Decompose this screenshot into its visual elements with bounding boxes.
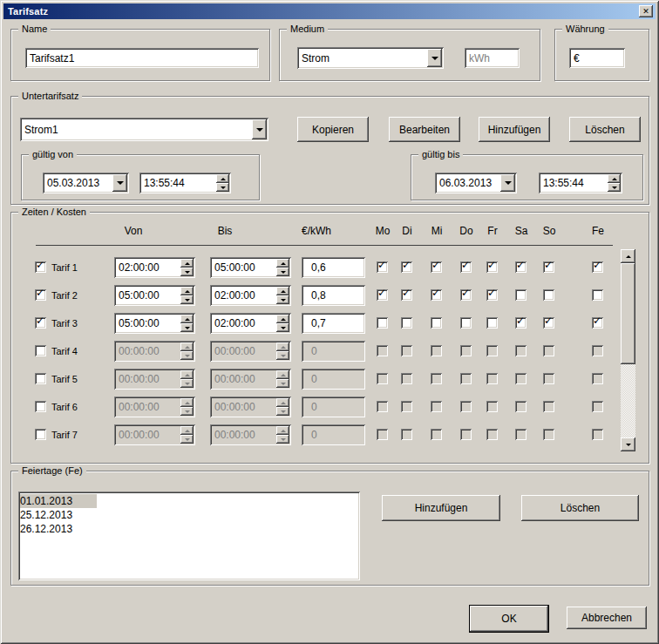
spin-up-button[interactable]	[216, 174, 229, 183]
chevron-down-icon	[431, 57, 438, 60]
tariff-enable-checkbox[interactable]: ✓	[35, 317, 46, 329]
close-button[interactable]: ✕	[639, 5, 653, 17]
from-time-spinner[interactable]: 05:00:00	[114, 313, 195, 334]
valid-to-date-button[interactable]	[500, 174, 515, 192]
tariff-row: ✓Tarif 205:00:0002:00:000,8✓✓✓✓✓	[11, 285, 649, 306]
medium-dropdown[interactable]: Strom	[297, 47, 444, 69]
valid-from-date-button[interactable]	[112, 174, 127, 192]
day-checkbox-sa[interactable]: ✓	[515, 261, 527, 273]
day-checkbox-do[interactable]: ✓	[460, 289, 472, 301]
spin-up-button[interactable]	[180, 259, 194, 268]
day-checkbox-fe[interactable]	[592, 289, 603, 301]
day-checkbox-mo[interactable]	[377, 317, 388, 329]
valid-from-time-spinner[interactable]: 13:55:44	[139, 173, 231, 193]
spin-up-button[interactable]	[276, 259, 289, 268]
cost-input[interactable]: 0,6	[302, 257, 365, 278]
day-checkbox-so	[543, 345, 554, 356]
name-input[interactable]: Tarifsatz1	[25, 48, 259, 68]
day-checkbox-so[interactable]: ✓	[543, 261, 554, 273]
arrow-up-icon	[612, 178, 617, 180]
delete-subtariff-button[interactable]: Löschen	[569, 117, 641, 142]
add-holiday-button[interactable]: Hinzufügen	[382, 495, 500, 521]
spin-down-button[interactable]	[180, 268, 194, 276]
copy-button[interactable]: Kopieren	[297, 117, 369, 142]
day-checkbox-so[interactable]: ✓	[543, 317, 554, 329]
day-checkbox-mi[interactable]: ✓	[431, 261, 442, 273]
subtariff-dropdown-button[interactable]	[252, 119, 267, 139]
day-checkbox-so[interactable]	[543, 289, 554, 301]
tariff-row-label: Tarif 6	[51, 402, 78, 412]
to-time-spinner[interactable]: 02:00:00	[210, 285, 291, 306]
spin-up-button[interactable]	[276, 287, 289, 295]
from-time-spinner[interactable]: 05:00:00	[114, 285, 195, 306]
from-time-spinner[interactable]: 02:00:00	[114, 257, 195, 278]
medium-dropdown-button[interactable]	[427, 49, 442, 67]
arrow-up-icon	[185, 346, 190, 349]
tariff-enable-checkbox[interactable]	[35, 345, 46, 356]
spin-up-button[interactable]	[276, 315, 289, 323]
day-checkbox-fe	[592, 429, 603, 440]
add-subtariff-button[interactable]: Hinzufügen	[479, 117, 550, 142]
delete-holiday-button[interactable]: Löschen	[521, 495, 639, 521]
spin-down-button[interactable]	[276, 323, 289, 332]
day-checkbox-di[interactable]: ✓	[401, 261, 412, 273]
tariff-enable-checkbox[interactable]	[35, 373, 46, 384]
cost-input[interactable]: 0,7	[302, 313, 365, 334]
day-checkbox-mi[interactable]	[431, 317, 442, 329]
arrow-up-icon	[281, 346, 286, 349]
day-checkbox-mo[interactable]: ✓	[377, 261, 388, 273]
valid-to-date-picker[interactable]: 06.03.2013	[435, 173, 517, 193]
currency-input[interactable]: €	[569, 48, 625, 68]
day-checkbox-mi[interactable]: ✓	[431, 289, 442, 301]
spin-up-button[interactable]	[180, 287, 194, 295]
day-checkbox-sa[interactable]: ✓	[515, 317, 527, 329]
holiday-item[interactable]: 01.01.2013	[18, 494, 360, 508]
spin-up-button[interactable]	[180, 315, 194, 323]
day-checkbox-mo[interactable]: ✓	[377, 289, 388, 301]
holiday-list[interactable]: 01.01.201325.12.201326.12.2013	[18, 491, 360, 580]
day-checkbox-fe[interactable]: ✓	[592, 317, 603, 329]
spin-down-button[interactable]	[216, 183, 229, 192]
ok-button[interactable]: OK	[469, 605, 549, 633]
cancel-button[interactable]: Abbrechen	[567, 607, 647, 629]
spin-down-button[interactable]	[180, 323, 194, 332]
holiday-item[interactable]: 26.12.2013	[18, 522, 360, 536]
spin-down-button[interactable]	[180, 295, 194, 304]
tariff-enable-checkbox[interactable]	[35, 401, 46, 412]
tariff-scrollbar[interactable]	[621, 249, 635, 451]
scrollbar-thumb[interactable]	[621, 263, 635, 364]
holiday-item[interactable]: 25.12.2013	[18, 508, 360, 522]
valid-from-date-picker[interactable]: 05.03.2013	[43, 173, 129, 193]
spin-down-button[interactable]	[276, 268, 289, 276]
day-checkbox-di[interactable]: ✓	[401, 289, 412, 301]
subtariff-dropdown[interactable]: Strom1	[20, 118, 268, 141]
day-checkbox-do[interactable]	[460, 317, 472, 329]
cost-input[interactable]: 0,8	[302, 285, 365, 306]
day-checkbox-fr[interactable]: ✓	[486, 261, 498, 273]
day-checkbox-fe[interactable]: ✓	[592, 261, 603, 273]
cost-input: 0	[302, 341, 365, 362]
day-checkbox-do[interactable]: ✓	[460, 261, 472, 273]
edit-button[interactable]: Bearbeiten	[389, 117, 460, 142]
tariff-enable-checkbox[interactable]	[35, 429, 46, 440]
tariff-enable-checkbox[interactable]: ✓	[35, 289, 46, 301]
day-checkbox-sa[interactable]	[515, 289, 527, 301]
title-bar[interactable]: Tarifsatz ✕	[3, 3, 656, 19]
day-checkbox-fr[interactable]: ✓	[486, 289, 498, 301]
tariff-enable-checkbox[interactable]: ✓	[35, 261, 46, 273]
spin-down-button[interactable]	[608, 183, 621, 192]
valid-to-group: gültig bis 06.03.2013 13:55:44	[411, 154, 643, 200]
to-time-spinner[interactable]: 05:00:00	[210, 257, 291, 278]
scroll-down-button[interactable]	[621, 437, 635, 451]
from-time-spinner-value: 00:00:00	[114, 345, 160, 357]
from-time-spinner-value: 00:00:00	[114, 373, 160, 385]
day-checkbox-di[interactable]	[401, 317, 412, 329]
scroll-up-button[interactable]	[621, 249, 635, 263]
to-time-spinner[interactable]: 02:00:00	[210, 313, 291, 334]
spin-down-button	[276, 407, 289, 416]
spin-down-button[interactable]	[276, 295, 289, 304]
valid-to-time-spinner[interactable]: 13:55:44	[539, 173, 622, 193]
day-checkbox-fr[interactable]	[486, 317, 498, 329]
day-checkbox-di	[401, 345, 412, 356]
spin-up-button[interactable]	[608, 174, 621, 183]
